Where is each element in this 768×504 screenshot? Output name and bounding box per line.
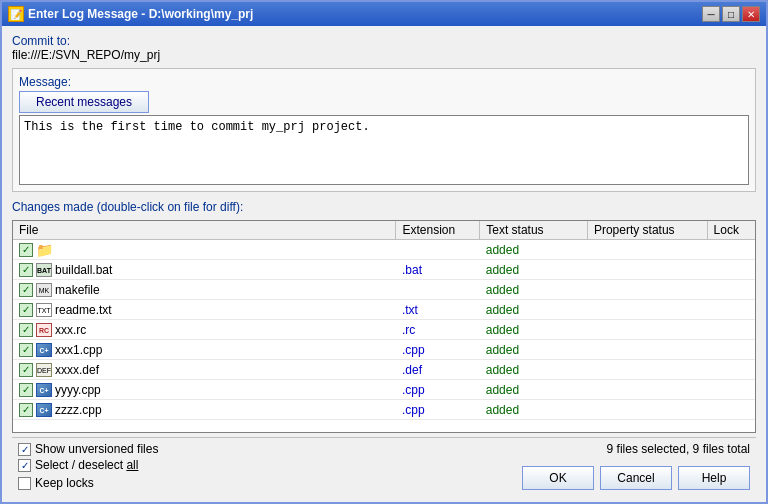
- file-checkbox[interactable]: ✓: [19, 343, 33, 357]
- keep-locks-label: Keep locks: [35, 476, 94, 490]
- recent-messages-button[interactable]: Recent messages: [19, 91, 149, 113]
- file-extension: .bat: [396, 260, 480, 280]
- table-row[interactable]: ✓MKmakefileadded: [13, 280, 755, 300]
- file-checkbox[interactable]: ✓: [19, 403, 33, 417]
- show-unversioned-checkbox[interactable]: [18, 443, 31, 456]
- file-checkbox[interactable]: ✓: [19, 263, 33, 277]
- file-name: yyyy.cpp: [55, 383, 101, 397]
- file-property-status: [587, 240, 707, 260]
- table-row[interactable]: ✓RCxxx.rc.rcadded: [13, 320, 755, 340]
- folder-icon: 📁: [36, 242, 53, 258]
- cpp-icon: C+: [36, 382, 52, 398]
- keep-locks-checkbox[interactable]: [18, 477, 31, 490]
- file-text-status: added: [480, 260, 588, 280]
- main-window: 📝 Enter Log Message - D:\working\my_prj …: [0, 0, 768, 504]
- file-checkbox[interactable]: ✓: [19, 303, 33, 317]
- col-text-status: Text status: [480, 221, 588, 240]
- file-name: xxx.rc: [55, 323, 86, 337]
- select-deselect-row: Select / deselect all: [18, 458, 158, 472]
- close-button[interactable]: ✕: [742, 6, 760, 22]
- file-property-status: [587, 380, 707, 400]
- file-name: xxx1.cpp: [55, 343, 102, 357]
- file-lock: [707, 400, 755, 420]
- ok-button[interactable]: OK: [522, 466, 594, 490]
- help-button[interactable]: Help: [678, 466, 750, 490]
- show-unversioned-label: Show unversioned files: [35, 442, 158, 456]
- title-buttons: ─ □ ✕: [702, 6, 760, 22]
- main-content: Commit to: file:///E:/SVN_REPO/my_prj Me…: [2, 26, 766, 502]
- make-icon: MK: [36, 282, 52, 298]
- maximize-button[interactable]: □: [722, 6, 740, 22]
- buttons-row: OK Cancel Help: [522, 466, 750, 490]
- file-extension: .txt: [396, 300, 480, 320]
- file-checkbox[interactable]: ✓: [19, 383, 33, 397]
- file-name: xxxx.def: [55, 363, 99, 377]
- commit-to-label: Commit to:: [12, 34, 756, 48]
- file-extension: [396, 280, 480, 300]
- file-lock: [707, 380, 755, 400]
- file-text-status: added: [480, 400, 588, 420]
- window-icon: 📝: [8, 6, 24, 22]
- changes-section: File Extension Text status Property stat…: [12, 220, 756, 433]
- commit-url: file:///E:/SVN_REPO/my_prj: [12, 48, 756, 62]
- table-row[interactable]: ✓📁added: [13, 240, 755, 260]
- table-row[interactable]: ✓DEFxxxx.def.defadded: [13, 360, 755, 380]
- file-text-status: added: [480, 380, 588, 400]
- def-icon: DEF: [36, 362, 52, 378]
- right-side: 9 files selected, 9 files total OK Cance…: [522, 442, 750, 490]
- file-count: 9 files selected, 9 files total: [607, 442, 750, 456]
- txt-icon: TXT: [36, 302, 52, 318]
- bat-icon: BAT: [36, 262, 52, 278]
- cancel-button[interactable]: Cancel: [600, 466, 672, 490]
- file-lock: [707, 320, 755, 340]
- file-property-status: [587, 400, 707, 420]
- file-extension: .cpp: [396, 380, 480, 400]
- checkboxes-row: Show unversioned files Select / deselect…: [18, 442, 158, 472]
- message-textarea[interactable]: This is the first time to commit my_prj …: [19, 115, 749, 185]
- title-bar-left: 📝 Enter Log Message - D:\working\my_prj: [8, 6, 253, 22]
- file-text-status: added: [480, 280, 588, 300]
- bottom-left: Show unversioned files Select / deselect…: [18, 442, 158, 490]
- table-row[interactable]: ✓C+yyyy.cpp.cppadded: [13, 380, 755, 400]
- file-lock: [707, 240, 755, 260]
- file-name: makefile: [55, 283, 100, 297]
- footer: Show unversioned files Select / deselect…: [18, 442, 750, 490]
- file-text-status: added: [480, 360, 588, 380]
- file-extension: [396, 240, 480, 260]
- file-property-status: [587, 320, 707, 340]
- file-checkbox[interactable]: ✓: [19, 363, 33, 377]
- file-lock: [707, 260, 755, 280]
- file-text-status: added: [480, 320, 588, 340]
- minimize-button[interactable]: ─: [702, 6, 720, 22]
- table-row[interactable]: ✓C+zzzz.cpp.cppadded: [13, 400, 755, 420]
- file-name: readme.txt: [55, 303, 112, 317]
- file-extension: .def: [396, 360, 480, 380]
- file-lock: [707, 280, 755, 300]
- file-table: File Extension Text status Property stat…: [13, 221, 755, 420]
- rc-icon: RC: [36, 322, 52, 338]
- file-extension: .cpp: [396, 400, 480, 420]
- file-checkbox[interactable]: ✓: [19, 323, 33, 337]
- file-extension: .cpp: [396, 340, 480, 360]
- file-name: zzzz.cpp: [55, 403, 102, 417]
- col-file: File: [13, 221, 396, 240]
- changes-label: Changes made (double-click on file for d…: [12, 200, 756, 214]
- col-lock: Lock: [707, 221, 755, 240]
- title-bar: 📝 Enter Log Message - D:\working\my_prj …: [2, 2, 766, 26]
- table-header-row: File Extension Text status Property stat…: [13, 221, 755, 240]
- table-row[interactable]: ✓BATbuildall.bat.batadded: [13, 260, 755, 280]
- table-row[interactable]: ✓C+xxx1.cpp.cppadded: [13, 340, 755, 360]
- message-section: Message: Recent messages This is the fir…: [12, 68, 756, 192]
- select-deselect-checkbox[interactable]: [18, 459, 31, 472]
- table-row[interactable]: ✓TXTreadme.txt.txtadded: [13, 300, 755, 320]
- commit-to-section: Commit to: file:///E:/SVN_REPO/my_prj: [12, 34, 756, 62]
- file-text-status: added: [480, 240, 588, 260]
- file-table-container[interactable]: File Extension Text status Property stat…: [13, 221, 755, 432]
- file-checkbox[interactable]: ✓: [19, 283, 33, 297]
- file-property-status: [587, 260, 707, 280]
- file-checkbox[interactable]: ✓: [19, 243, 33, 257]
- file-name: buildall.bat: [55, 263, 112, 277]
- bottom-area: Show unversioned files Select / deselect…: [12, 437, 756, 494]
- cpp-icon: C+: [36, 402, 52, 418]
- window-title: Enter Log Message - D:\working\my_prj: [28, 7, 253, 21]
